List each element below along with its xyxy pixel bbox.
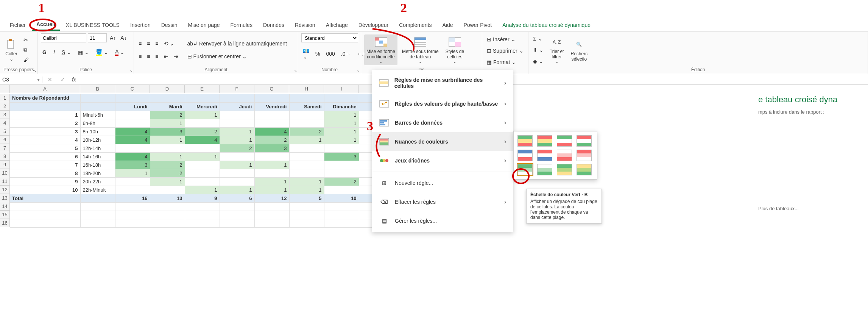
italic-button[interactable]: I	[52, 47, 56, 57]
format-cells-button[interactable]: ▦ Format ⌄	[485, 58, 517, 67]
group-launcher-presse[interactable]: ↘	[33, 69, 36, 73]
cell[interactable]: 1	[220, 161, 254, 169]
cs-red-yellow-green[interactable]	[537, 135, 552, 147]
cell[interactable]: 2	[185, 127, 220, 136]
cell[interactable]	[324, 186, 359, 194]
decrease-font-button[interactable]: A↓	[119, 33, 128, 42]
cell[interactable]	[289, 202, 324, 211]
tab-accueil[interactable]: Accueil	[32, 19, 60, 31]
cell-styles-button[interactable]: Styles decellules ⌄	[443, 34, 466, 65]
cell[interactable]	[289, 152, 324, 161]
cell[interactable]: 2	[324, 177, 359, 186]
cell[interactable]: 3	[324, 152, 359, 161]
cf-data-bars[interactable]: Barres de données	[372, 113, 513, 132]
cell[interactable]	[324, 161, 359, 169]
cell[interactable]: 7	[10, 161, 80, 169]
cell[interactable]: 1	[324, 119, 359, 127]
cell[interactable]: 1	[324, 127, 359, 136]
font-family-combo[interactable]	[41, 33, 86, 42]
col-header-I[interactable]: I	[324, 85, 359, 93]
cell[interactable]: 1	[254, 186, 289, 194]
cell[interactable]: 3	[150, 127, 185, 136]
cf-highlight-rules[interactable]: Règles de mise en surbrillance des cellu…	[372, 72, 513, 94]
accounting-button[interactable]: 💶 ⌄	[301, 46, 311, 61]
cell[interactable]	[254, 119, 289, 127]
col-header-G[interactable]: G	[254, 85, 289, 93]
cell[interactable]	[289, 111, 324, 119]
tab-affichage[interactable]: Affichage	[321, 20, 352, 30]
cell[interactable]	[289, 211, 324, 219]
cell[interactable]: 3	[10, 127, 80, 136]
cell[interactable]	[220, 119, 254, 127]
cs-white-red[interactable]	[557, 150, 572, 161]
cs-green-yellow-red[interactable]	[517, 135, 533, 147]
font-color-button[interactable]: A ⌄	[114, 47, 126, 57]
cell[interactable]	[220, 94, 254, 102]
cell[interactable]	[220, 211, 254, 219]
tab-analyse-tcd[interactable]: Analyse du tableau croisé dynamique	[498, 20, 595, 30]
cell[interactable]: 3	[115, 161, 150, 169]
cell[interactable]	[220, 202, 254, 211]
cs-red-white-green[interactable]	[577, 135, 592, 147]
cell[interactable]: 12h-14h	[80, 144, 115, 152]
underline-button[interactable]: S ⌄	[60, 47, 73, 57]
col-header-A[interactable]: A	[10, 85, 80, 93]
row-header-11[interactable]: 11	[0, 177, 10, 186]
select-all-corner[interactable]	[0, 85, 10, 93]
cell[interactable]: 1	[185, 152, 220, 161]
number-format-combo[interactable]: Standard	[301, 33, 358, 42]
cell[interactable]: 1	[185, 186, 220, 194]
row-header-1[interactable]: 1	[0, 94, 10, 102]
coller-button[interactable]: Coller ⌄	[3, 37, 20, 63]
cell[interactable]: 2	[150, 111, 185, 119]
cell[interactable]	[150, 219, 185, 227]
align-middle-button[interactable]: ≡	[145, 39, 151, 48]
cell[interactable]: 1	[289, 177, 324, 186]
cell[interactable]: 5	[10, 144, 80, 152]
cell[interactable]	[115, 186, 150, 194]
cell[interactable]	[80, 102, 115, 111]
row-header-12[interactable]: 12	[0, 186, 10, 194]
col-header-F[interactable]: F	[220, 85, 254, 93]
cell[interactable]	[185, 177, 220, 186]
cell[interactable]	[220, 219, 254, 227]
insert-cells-button[interactable]: ⊞ Insérer ⌄	[485, 35, 517, 44]
align-bottom-button[interactable]: ≡	[154, 39, 160, 48]
align-left-button[interactable]: ≡	[137, 52, 143, 61]
cell[interactable]: Samedi	[289, 102, 324, 111]
format-as-table-button[interactable]: Mettre sous formede tableau ⌄	[400, 34, 441, 65]
align-center-button[interactable]: ≡	[145, 52, 151, 61]
cell[interactable]	[185, 169, 220, 177]
cell[interactable]: Mardi	[150, 102, 185, 111]
cell[interactable]	[185, 161, 220, 169]
cut-button[interactable]: ✂	[22, 35, 30, 44]
tab-complements[interactable]: Compléments	[394, 20, 436, 30]
fx-icon[interactable]: fx	[72, 77, 76, 83]
cell[interactable]: 2	[10, 119, 80, 127]
group-launcher-nombre[interactable]: ↘	[357, 69, 360, 73]
cell[interactable]: 4	[10, 136, 80, 144]
cell[interactable]	[80, 94, 115, 102]
cell[interactable]	[220, 152, 254, 161]
cell[interactable]: 1	[254, 161, 289, 169]
cell[interactable]	[324, 202, 359, 211]
col-header-E[interactable]: E	[185, 85, 220, 93]
row-header-7[interactable]: 7	[0, 144, 10, 152]
cell[interactable]	[254, 152, 289, 161]
cell[interactable]	[10, 219, 80, 227]
cell[interactable]	[220, 111, 254, 119]
increase-font-button[interactable]: A↑	[108, 33, 117, 42]
cell[interactable]	[115, 119, 150, 127]
cs-white-green[interactable]	[537, 164, 552, 175]
conditional-formatting-button[interactable]: Mise en formeconditionnelle ⌄	[364, 34, 397, 65]
cell[interactable]	[150, 202, 185, 211]
cell[interactable]: 9	[10, 177, 80, 186]
cell[interactable]	[80, 194, 115, 202]
cell[interactable]	[80, 202, 115, 211]
cell[interactable]: Lundi	[115, 102, 150, 111]
cell[interactable]: 13	[150, 194, 185, 202]
cell[interactable]: 6	[220, 194, 254, 202]
cell[interactable]	[254, 169, 289, 177]
cell[interactable]	[289, 144, 324, 152]
cs-green-white[interactable]	[517, 164, 533, 175]
